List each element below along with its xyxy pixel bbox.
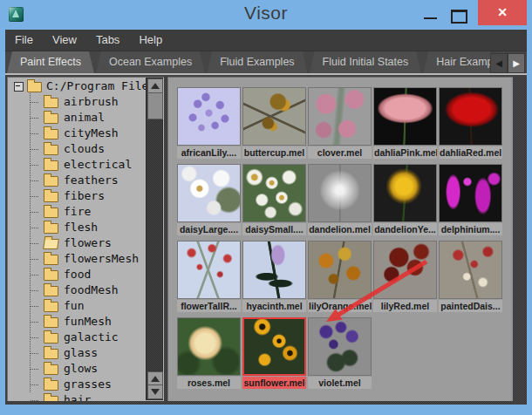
thumbnail-cell[interactable]: clover.mel xyxy=(308,87,372,159)
thumbnail-label: lilyRed.mel xyxy=(373,300,437,312)
thumbnail-label: paintedDais... xyxy=(439,300,502,312)
thumbnail-label: dandelionYe... xyxy=(373,223,437,235)
tree-item[interactable]: glass xyxy=(7,345,145,361)
thumbnail-image[interactable] xyxy=(242,164,306,222)
thumbnail-image[interactable] xyxy=(373,241,437,299)
tab[interactable]: Fluid Initial States xyxy=(310,51,422,73)
thumbnail-image[interactable] xyxy=(177,87,241,146)
tree-item[interactable]: fibers xyxy=(7,188,145,204)
tree-item[interactable]: electrical xyxy=(7,157,145,173)
tree-item[interactable]: feathers xyxy=(7,173,145,188)
tab-strip: Paint EffectsOcean ExamplesFluid Example… xyxy=(7,51,490,73)
tab-scroll-left-button[interactable]: ◀ xyxy=(490,53,508,73)
tree-item[interactable]: airbrush xyxy=(7,94,145,110)
menu-item[interactable]: View xyxy=(43,30,86,51)
thumbnail-image[interactable] xyxy=(177,164,241,222)
thumbnail-image[interactable] xyxy=(242,87,306,146)
thumbnail-label: dahliaPink.mel xyxy=(373,146,437,159)
tree-scrollbar[interactable] xyxy=(146,78,163,400)
thumbnail-image[interactable] xyxy=(308,241,372,299)
thumbnail-cell[interactable]: roses.mel xyxy=(177,317,241,389)
thumbnail-image[interactable] xyxy=(308,164,372,222)
close-button[interactable]: ✕ xyxy=(478,0,527,25)
tree-item[interactable]: funMesh xyxy=(7,314,145,330)
thumbnail-image[interactable] xyxy=(439,87,502,146)
scrollbar-thumb[interactable] xyxy=(147,92,163,119)
thumbnail-image[interactable] xyxy=(177,317,241,376)
tab-scroll-right-button[interactable]: ▶ xyxy=(508,53,525,73)
tab[interactable]: Ocean Examples xyxy=(96,51,205,73)
tree-item[interactable]: foodMesh xyxy=(7,282,145,298)
thumbnail-cell[interactable]: buttercup.mel xyxy=(242,87,306,159)
thumbnail-cell[interactable]: daisyLarge.... xyxy=(177,164,241,235)
thumbnail-image[interactable] xyxy=(308,87,372,146)
tree-item[interactable]: grasses xyxy=(7,377,145,392)
thumbnail-image[interactable] xyxy=(373,164,437,222)
folder-icon xyxy=(44,192,58,202)
tree-item[interactable]: clouds xyxy=(7,141,145,157)
tree-item[interactable]: cityMesh xyxy=(7,126,145,141)
thumbnail-cell[interactable]: dandelionYe... xyxy=(373,164,437,235)
thumbnail-cell[interactable]: sunflower.mel xyxy=(242,317,306,389)
minimize-button[interactable] xyxy=(424,17,437,19)
scroll-up-button[interactable] xyxy=(147,78,163,93)
tree-item[interactable]: flesh xyxy=(7,220,145,235)
scroll-down-button[interactable] xyxy=(147,384,163,399)
menu-item[interactable]: Tabs xyxy=(86,30,129,51)
folder-icon xyxy=(43,239,59,249)
tree-item[interactable]: animal xyxy=(7,110,145,126)
thumbnail-cell[interactable]: delphinium.... xyxy=(439,164,502,235)
thumbnail-cell[interactable]: dandelion.mel xyxy=(308,164,372,235)
tree-item[interactable]: galactic xyxy=(7,330,145,345)
tree-item[interactable]: hair xyxy=(7,392,145,401)
visor-window: Visor ✕ FileViewTabsHelp Paint EffectsOc… xyxy=(0,0,532,415)
thumbnail-cell[interactable]: lilyOrange.mel xyxy=(308,241,372,312)
tree-item-label: grasses xyxy=(64,378,112,391)
maximize-button[interactable] xyxy=(451,10,467,24)
folder-icon xyxy=(44,380,58,391)
tree-item-label: glows xyxy=(64,362,98,375)
thumbnail-cell[interactable]: daisySmall.... xyxy=(242,164,306,235)
tree-item[interactable]: glows xyxy=(7,361,145,377)
thumbnail-label: africanLily.... xyxy=(177,146,241,159)
thumbnail-image[interactable] xyxy=(373,87,437,146)
tree-item[interactable]: food xyxy=(7,267,145,282)
thumbnail-cell[interactable]: hyacinth.mel xyxy=(242,241,306,312)
tree-item[interactable]: fun xyxy=(7,298,145,314)
triangle-up-icon xyxy=(151,83,160,89)
tree-children: airbrush animal cityMesh clouds electric… xyxy=(7,94,145,401)
tree-item-label: funMesh xyxy=(64,315,112,328)
tab[interactable]: Paint Effects xyxy=(7,51,94,73)
thumbnail-cell[interactable]: dahliaRed.mel xyxy=(439,87,502,159)
thumbnail-cell[interactable]: flowerTallR... xyxy=(177,241,241,312)
menu-item[interactable]: File xyxy=(5,30,43,51)
menu-item[interactable]: Help xyxy=(129,30,172,51)
folder-icon xyxy=(27,82,42,92)
tree-item-label: foodMesh xyxy=(64,283,119,296)
thumbnail-image[interactable] xyxy=(439,241,502,299)
thumbnail-cell[interactable]: lilyRed.mel xyxy=(373,241,437,312)
tree-item-label: feathers xyxy=(64,173,119,187)
thumbnail-cell[interactable]: paintedDais... xyxy=(439,241,502,312)
collapse-expander-icon[interactable] xyxy=(14,82,24,92)
tree-item-label: galactic xyxy=(64,330,119,344)
tab[interactable]: Hair Examples xyxy=(423,51,490,73)
thumbnail-label: daisySmall.... xyxy=(242,223,306,235)
thumbnail-image[interactable] xyxy=(439,164,502,222)
thumbnail-cell[interactable]: violet.mel xyxy=(308,317,372,389)
folder-icon xyxy=(44,129,58,139)
tree-item[interactable]: flowers xyxy=(7,235,145,251)
thumbnail-image[interactable] xyxy=(242,241,306,299)
tree-item[interactable]: flowersMesh xyxy=(7,251,145,267)
titlebar[interactable]: Visor ✕ xyxy=(0,0,532,30)
tree-item[interactable]: fire xyxy=(7,204,145,220)
tab[interactable]: Fluid Examples xyxy=(207,51,307,73)
thumbnail-image[interactable] xyxy=(242,317,306,376)
thumbnail-cell[interactable]: africanLily.... xyxy=(177,87,241,159)
folder-icon xyxy=(44,208,58,218)
thumbnail-image[interactable] xyxy=(308,317,372,376)
thumbnail-image[interactable] xyxy=(177,241,241,299)
triangle-up-icon xyxy=(151,376,160,382)
thumbnail-cell[interactable]: dahliaPink.mel xyxy=(373,87,437,159)
tree-root-item[interactable]: C:/Program Files xyxy=(7,78,145,94)
